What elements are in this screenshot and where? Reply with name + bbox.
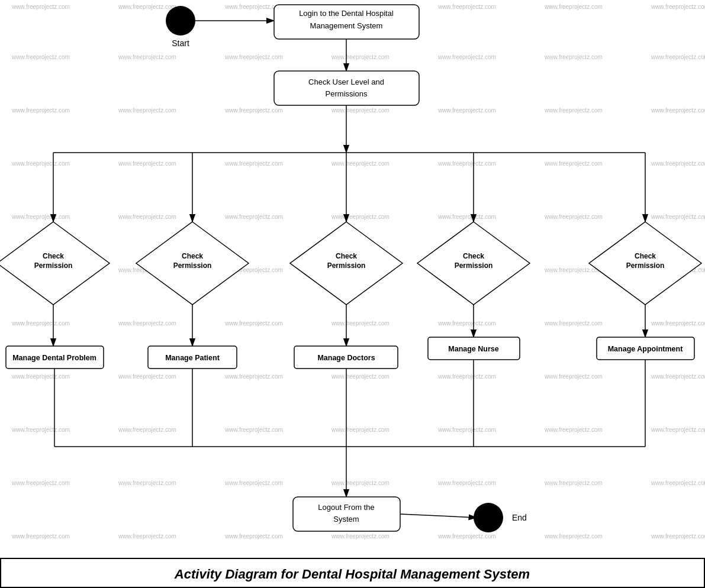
svg-text:www.freeprojectz.com: www.freeprojectz.com: [544, 214, 603, 220]
svg-text:www.freeprojectz.com: www.freeprojectz.com: [224, 533, 283, 539]
diamond3-text2: Permission: [327, 261, 366, 270]
svg-text:www.freeprojectz.com: www.freeprojectz.com: [118, 54, 176, 60]
svg-text:www.freeprojectz.com: www.freeprojectz.com: [437, 373, 496, 380]
start-node: [166, 6, 195, 35]
diamond1-text2: Permission: [34, 261, 73, 270]
svg-text:www.freeprojectz.com: www.freeprojectz.com: [224, 107, 283, 114]
svg-text:www.freeprojectz.com: www.freeprojectz.com: [651, 480, 705, 486]
diamond2-text1: Check: [182, 252, 203, 260]
svg-text:www.freeprojectz.com: www.freeprojectz.com: [651, 373, 705, 380]
svg-text:www.freeprojectz.com: www.freeprojectz.com: [331, 533, 389, 539]
manage-doctors-text: Manage Doctors: [317, 354, 375, 362]
svg-text:www.freeprojectz.com: www.freeprojectz.com: [544, 54, 603, 60]
svg-text:www.freeprojectz.com: www.freeprojectz.com: [224, 160, 283, 167]
svg-text:www.freeprojectz.com: www.freeprojectz.com: [224, 427, 283, 433]
login-text2: Management System: [310, 21, 383, 30]
svg-text:www.freeprojectz.com: www.freeprojectz.com: [224, 320, 283, 327]
svg-text:www.freeprojectz.com: www.freeprojectz.com: [651, 320, 705, 327]
end-node: [474, 503, 503, 532]
svg-text:www.freeprojectz.com: www.freeprojectz.com: [11, 214, 70, 220]
svg-text:www.freeprojectz.com: www.freeprojectz.com: [118, 320, 176, 327]
svg-text:www.freeprojectz.com: www.freeprojectz.com: [331, 427, 389, 433]
svg-text:www.freeprojectz.com: www.freeprojectz.com: [224, 214, 283, 220]
start-label: Start: [172, 38, 189, 48]
svg-text:www.freeprojectz.com: www.freeprojectz.com: [11, 373, 70, 380]
svg-text:www.freeprojectz.com: www.freeprojectz.com: [118, 160, 176, 167]
svg-text:www.freeprojectz.com: www.freeprojectz.com: [118, 4, 176, 10]
svg-text:www.freeprojectz.com: www.freeprojectz.com: [118, 533, 176, 539]
svg-text:www.freeprojectz.com: www.freeprojectz.com: [11, 107, 70, 114]
manage-patient-text: Manage Patient: [165, 354, 220, 362]
svg-text:www.freeprojectz.com: www.freeprojectz.com: [118, 427, 176, 433]
svg-text:www.freeprojectz.com: www.freeprojectz.com: [118, 480, 176, 486]
svg-text:www.freeprojectz.com: www.freeprojectz.com: [437, 533, 496, 539]
svg-text:www.freeprojectz.com: www.freeprojectz.com: [544, 427, 603, 433]
svg-text:www.freeprojectz.com: www.freeprojectz.com: [331, 160, 389, 167]
check-user-text2: Permissions: [326, 89, 368, 98]
svg-text:www.freeprojectz.com: www.freeprojectz.com: [224, 480, 283, 486]
check-user-text1: Check User Level and: [308, 77, 384, 86]
svg-text:www.freeprojectz.com: www.freeprojectz.com: [437, 107, 496, 114]
svg-text:www.freeprojectz.com: www.freeprojectz.com: [11, 533, 70, 539]
svg-text:www.freeprojectz.com: www.freeprojectz.com: [11, 320, 70, 327]
svg-text:www.freeprojectz.com: www.freeprojectz.com: [544, 4, 603, 10]
svg-text:www.freeprojectz.com: www.freeprojectz.com: [651, 107, 705, 114]
footer-text: Activity Diagram for Dental Hospital Man…: [174, 567, 530, 581]
activity-diagram: www.freeprojectz.com www.freeprojectz.co…: [0, 0, 705, 588]
end-label: End: [512, 513, 527, 522]
diamond3-text1: Check: [336, 252, 357, 260]
svg-text:www.freeprojectz.com: www.freeprojectz.com: [651, 427, 705, 433]
svg-text:www.freeprojectz.com: www.freeprojectz.com: [11, 480, 70, 486]
svg-text:www.freeprojectz.com: www.freeprojectz.com: [118, 107, 176, 114]
manage-dental-text: Manage Dental Problem: [12, 354, 96, 362]
svg-text:www.freeprojectz.com: www.freeprojectz.com: [11, 160, 70, 167]
svg-text:www.freeprojectz.com: www.freeprojectz.com: [544, 320, 603, 327]
svg-text:www.freeprojectz.com: www.freeprojectz.com: [651, 214, 705, 220]
svg-text:www.freeprojectz.com: www.freeprojectz.com: [331, 480, 389, 486]
diamond1-text1: Check: [43, 252, 64, 260]
svg-text:www.freeprojectz.com: www.freeprojectz.com: [544, 533, 603, 539]
diamond5-text1: Check: [635, 252, 656, 260]
svg-text:www.freeprojectz.com: www.freeprojectz.com: [11, 54, 70, 60]
svg-text:www.freeprojectz.com: www.freeprojectz.com: [11, 4, 70, 10]
diagram-container: www.freeprojectz.com www.freeprojectz.co…: [0, 0, 705, 588]
manage-nurse-text: Manage Nurse: [448, 345, 498, 353]
svg-text:www.freeprojectz.com: www.freeprojectz.com: [544, 373, 603, 380]
svg-line-98: [400, 514, 477, 518]
svg-text:www.freeprojectz.com: www.freeprojectz.com: [437, 160, 496, 167]
svg-text:www.freeprojectz.com: www.freeprojectz.com: [651, 54, 705, 60]
logout-box: [293, 497, 400, 531]
svg-text:www.freeprojectz.com: www.freeprojectz.com: [651, 160, 705, 167]
svg-text:www.freeprojectz.com: www.freeprojectz.com: [331, 54, 389, 60]
login-text: Login to the Dental Hospital: [299, 9, 394, 18]
svg-text:www.freeprojectz.com: www.freeprojectz.com: [331, 107, 389, 114]
logout-text2: System: [333, 515, 359, 524]
svg-text:www.freeprojectz.com: www.freeprojectz.com: [651, 533, 705, 539]
svg-text:www.freeprojectz.com: www.freeprojectz.com: [331, 214, 389, 220]
logout-text1: Logout From the: [318, 503, 374, 512]
svg-text:www.freeprojectz.com: www.freeprojectz.com: [437, 320, 496, 327]
svg-text:www.freeprojectz.com: www.freeprojectz.com: [544, 267, 603, 273]
svg-text:www.freeprojectz.com: www.freeprojectz.com: [118, 214, 176, 220]
diamond4-text2: Permission: [455, 261, 493, 270]
diamond5-text2: Permission: [626, 261, 665, 270]
svg-text:www.freeprojectz.com: www.freeprojectz.com: [437, 427, 496, 433]
manage-appointment-text: Manage Appointment: [608, 345, 683, 353]
svg-text:www.freeprojectz.com: www.freeprojectz.com: [437, 214, 496, 220]
svg-text:www.freeprojectz.com: www.freeprojectz.com: [331, 373, 389, 380]
svg-text:www.freeprojectz.com: www.freeprojectz.com: [224, 54, 283, 60]
svg-text:www.freeprojectz.com: www.freeprojectz.com: [651, 4, 705, 10]
svg-text:www.freeprojectz.com: www.freeprojectz.com: [11, 427, 70, 433]
diamond4-text1: Check: [463, 252, 484, 260]
svg-text:www.freeprojectz.com: www.freeprojectz.com: [544, 480, 603, 486]
diamond2-text2: Permission: [173, 261, 212, 270]
check-user-box: [274, 71, 419, 105]
svg-text:www.freeprojectz.com: www.freeprojectz.com: [437, 480, 496, 486]
svg-text:www.freeprojectz.com: www.freeprojectz.com: [437, 4, 496, 10]
svg-text:www.freeprojectz.com: www.freeprojectz.com: [544, 107, 603, 114]
svg-text:www.freeprojectz.com: www.freeprojectz.com: [437, 54, 496, 60]
svg-text:www.freeprojectz.com: www.freeprojectz.com: [118, 373, 176, 380]
svg-text:www.freeprojectz.com: www.freeprojectz.com: [331, 320, 389, 327]
svg-text:www.freeprojectz.com: www.freeprojectz.com: [224, 373, 283, 380]
svg-text:www.freeprojectz.com: www.freeprojectz.com: [544, 160, 603, 167]
